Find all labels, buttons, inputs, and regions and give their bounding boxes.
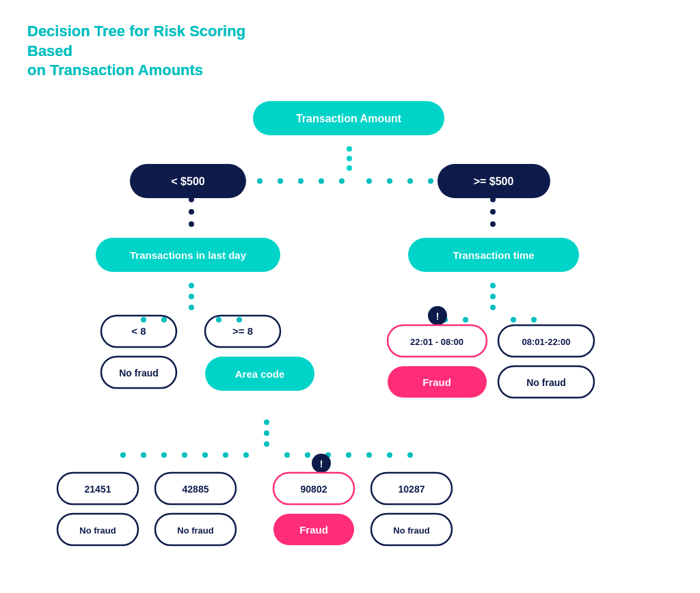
decision-tree-diagram: Transaction Amount < $500 >= $500 Transa…	[0, 0, 700, 593]
right-level2-label: Transaction time	[453, 249, 534, 261]
rr-branch-label: 08:01-22:00	[522, 337, 571, 347]
svg-point-1	[347, 156, 352, 161]
svg-point-43	[182, 452, 187, 458]
left-level2-label: Transactions in last day	[130, 249, 247, 261]
svg-point-9	[339, 178, 345, 184]
svg-point-25	[189, 305, 194, 310]
svg-point-11	[387, 178, 392, 184]
svg-point-24	[189, 294, 194, 299]
svg-point-31	[490, 294, 496, 299]
svg-point-44	[202, 452, 208, 458]
svg-point-37	[264, 419, 269, 425]
area-ll-result-label: No fraud	[79, 525, 116, 536]
area-lm-label: 42885	[183, 484, 209, 495]
area-lm-result-label: No fraud	[177, 525, 214, 536]
rr-result-label: No fraud	[526, 377, 566, 388]
svg-point-8	[319, 178, 324, 184]
root-node-label: Transaction Amount	[296, 113, 402, 124]
svg-point-22	[490, 221, 496, 227]
svg-point-38	[264, 430, 269, 436]
svg-point-28	[216, 317, 221, 322]
svg-point-36	[531, 317, 537, 322]
svg-point-46	[243, 452, 249, 458]
area-rr-result-label: No fraud	[393, 525, 430, 536]
svg-point-45	[223, 452, 228, 458]
area-rr-label: 10287	[399, 484, 425, 495]
svg-point-12	[407, 178, 413, 184]
svg-point-35	[511, 317, 516, 322]
svg-point-52	[387, 452, 392, 458]
page: Decision Tree for Risk Scoring Based on …	[0, 0, 700, 593]
svg-point-32	[490, 305, 496, 310]
svg-point-41	[141, 452, 146, 458]
area-rm-label: 90802	[301, 484, 327, 495]
warning-icon-2: !	[320, 458, 323, 469]
svg-point-2	[347, 165, 352, 171]
rl-branch-label: 22:01 - 08:00	[410, 337, 463, 347]
svg-point-50	[346, 452, 351, 458]
svg-point-40	[120, 452, 126, 458]
svg-point-13	[428, 178, 433, 184]
warning-icon-1: !	[436, 311, 440, 322]
left-branch-label: < $500	[171, 176, 204, 187]
svg-point-6	[278, 178, 283, 184]
svg-point-47	[284, 452, 290, 458]
rl-result-label: Fraud	[422, 376, 451, 388]
area-rm-result-label: Fraud	[299, 524, 328, 536]
svg-point-27	[161, 317, 167, 322]
svg-point-0	[347, 146, 352, 152]
svg-point-30	[490, 283, 496, 288]
svg-point-21	[490, 209, 496, 215]
area-code-label: Area code	[235, 368, 285, 380]
lr-branch-label: >= 8	[232, 325, 253, 337]
right-branch-label: >= $500	[474, 176, 514, 187]
area-ll-label: 21451	[85, 484, 111, 495]
svg-point-23	[189, 283, 194, 288]
svg-point-39	[264, 441, 269, 447]
svg-point-48	[305, 452, 310, 458]
ll-branch-label: < 8	[131, 325, 146, 337]
svg-point-5	[257, 178, 262, 184]
svg-point-29	[237, 317, 242, 322]
svg-point-7	[298, 178, 304, 184]
svg-point-51	[366, 452, 372, 458]
svg-point-34	[463, 317, 468, 322]
svg-point-42	[161, 452, 167, 458]
svg-point-26	[141, 317, 146, 322]
svg-point-19	[189, 221, 194, 227]
main-title: Decision Tree for Risk Scoring Based on …	[27, 22, 273, 81]
ll-result-label: No fraud	[119, 368, 159, 378]
svg-point-18	[189, 209, 194, 215]
svg-point-10	[366, 178, 372, 184]
svg-point-53	[407, 452, 413, 458]
